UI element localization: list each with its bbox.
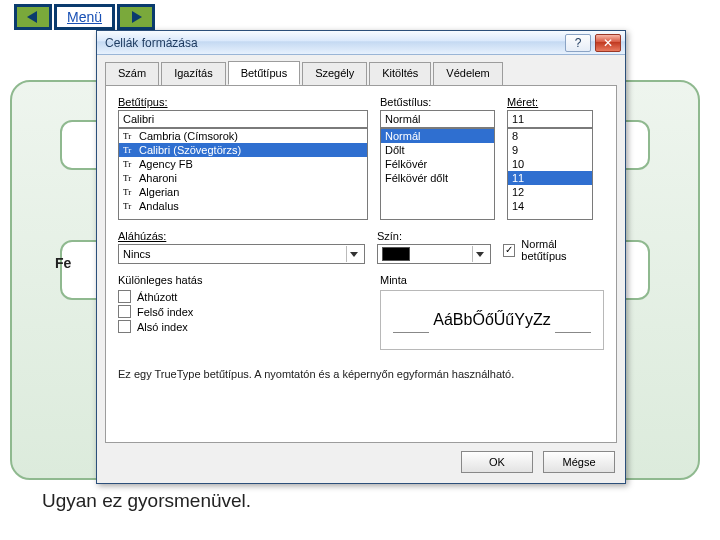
list-item[interactable]: 10 [508, 157, 592, 171]
arrow-right-icon [128, 10, 144, 24]
normal-font-label: Normál betűtípus [521, 238, 604, 262]
style-listbox[interactable]: Normál Dőlt Félkövér Félkövér dőlt [380, 128, 495, 220]
list-item[interactable]: 8 [508, 129, 592, 143]
size-label: Méret: [507, 96, 593, 108]
format-cells-dialog: Cellák formázása ? ✕ Szám Igazítás Betűt… [96, 30, 626, 484]
truetype-icon: Tr [123, 187, 135, 197]
list-item[interactable]: 12 [508, 185, 592, 199]
ok-button[interactable]: OK [461, 451, 533, 473]
dialog-title: Cellák formázása [105, 36, 561, 50]
dialog-buttons: OK Mégse [97, 451, 625, 483]
normal-font-checkbox[interactable]: ✓ [503, 244, 516, 257]
tab-fill[interactable]: Kitöltés [369, 62, 431, 86]
font-listbox[interactable]: TrCambria (Címsorok) TrCalibri (Szövegtö… [118, 128, 368, 220]
color-combo[interactable] [377, 244, 491, 264]
list-item[interactable]: TrAgency FB [119, 157, 367, 171]
tab-font[interactable]: Betűtípus [228, 61, 300, 85]
color-label: Szín: [377, 230, 491, 242]
list-item[interactable]: TrAharoni [119, 171, 367, 185]
truetype-icon: Tr [123, 173, 135, 183]
list-item[interactable]: Dőlt [381, 143, 494, 157]
svg-marker-0 [27, 11, 37, 23]
dialog-titlebar[interactable]: Cellák formázása ? ✕ [97, 31, 625, 55]
list-item[interactable]: TrAndalus [119, 199, 367, 213]
underline-combo[interactable]: Nincs [118, 244, 365, 264]
prev-slide-button[interactable] [14, 4, 52, 30]
preview-text: AáBbŐőŰűYyZz [433, 311, 550, 329]
font-size-input[interactable] [507, 110, 593, 128]
next-slide-button[interactable] [117, 4, 155, 30]
tabstrip: Szám Igazítás Betűtípus Szegély Kitöltés… [97, 55, 625, 85]
font-preview: AáBbŐőŰűYyZz [380, 290, 604, 350]
strikethrough-label: Áthúzott [137, 291, 177, 303]
list-item[interactable]: TrAlgerian [119, 185, 367, 199]
font-style-input[interactable] [380, 110, 495, 128]
cancel-button[interactable]: Mégse [543, 451, 615, 473]
truetype-icon: Tr [123, 131, 135, 141]
size-listbox[interactable]: 8 9 10 11 12 14 [507, 128, 593, 220]
truetype-note: Ez egy TrueType betűtípus. A nyomtatón é… [118, 368, 604, 380]
font-name-input[interactable] [118, 110, 368, 128]
help-icon: ? [575, 36, 582, 50]
slide-caption: Ugyan ez gyorsmenüvel. [42, 490, 251, 512]
tab-alignment[interactable]: Igazítás [161, 62, 226, 86]
superscript-checkbox[interactable] [118, 305, 131, 318]
tab-protection[interactable]: Védelem [433, 62, 502, 86]
truetype-icon: Tr [123, 159, 135, 169]
close-button[interactable]: ✕ [595, 34, 621, 52]
close-icon: ✕ [603, 36, 613, 50]
color-swatch [382, 247, 410, 261]
subscript-label: Alsó index [137, 321, 188, 333]
arrow-left-icon [25, 10, 41, 24]
list-item[interactable]: Félkövér [381, 157, 494, 171]
list-item[interactable]: 14 [508, 199, 592, 213]
font-label: Betűtípus: [118, 96, 368, 108]
background-truncated-label: Fe [55, 255, 71, 271]
underline-value: Nincs [123, 248, 346, 260]
subscript-checkbox[interactable] [118, 320, 131, 333]
tab-number[interactable]: Szám [105, 62, 159, 86]
chevron-down-icon [346, 246, 362, 262]
slide-nav-bar: Menü [14, 4, 155, 30]
preview-heading: Minta [380, 274, 604, 286]
list-item[interactable]: Normál [381, 129, 494, 143]
list-item[interactable]: 9 [508, 143, 592, 157]
help-button[interactable]: ? [565, 34, 591, 52]
menu-link[interactable]: Menü [54, 4, 115, 30]
style-label: Betűstílus: [380, 96, 495, 108]
list-item[interactable]: TrCalibri (Szövegtörzs) [119, 143, 367, 157]
underline-label: Aláhúzás: [118, 230, 365, 242]
list-item[interactable]: Félkövér dőlt [381, 171, 494, 185]
superscript-label: Felső index [137, 306, 193, 318]
chevron-down-icon [472, 246, 488, 262]
font-tab-panel: Betűtípus: TrCambria (Címsorok) TrCalibr… [105, 85, 617, 443]
svg-marker-1 [132, 11, 142, 23]
strikethrough-checkbox[interactable] [118, 290, 131, 303]
truetype-icon: Tr [123, 145, 135, 155]
tab-border[interactable]: Szegély [302, 62, 367, 86]
truetype-icon: Tr [123, 201, 135, 211]
effects-heading: Különleges hatás [118, 274, 368, 286]
list-item[interactable]: TrCambria (Címsorok) [119, 129, 367, 143]
list-item[interactable]: 11 [508, 171, 592, 185]
